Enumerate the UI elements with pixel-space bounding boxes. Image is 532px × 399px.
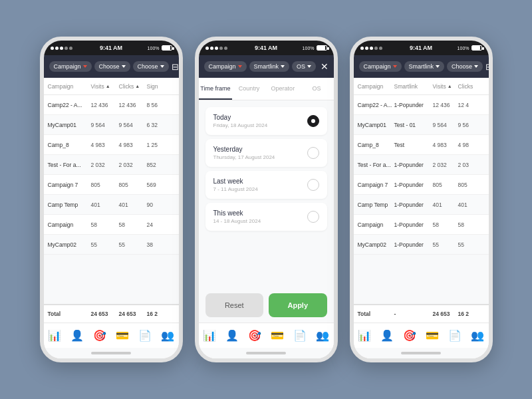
- campaign-label-1: Campaign: [54, 63, 81, 70]
- nav-stats-icon-3[interactable]: 📊: [358, 329, 371, 342]
- th-visits-1[interactable]: Visits▲: [91, 83, 119, 90]
- filter-icon-1[interactable]: ⊟: [172, 62, 179, 72]
- home-indicator-2: [199, 348, 334, 358]
- filter-option-title-yesterday: Yesterday: [213, 146, 275, 153]
- choose2-pill[interactable]: Choose: [133, 61, 169, 72]
- table-row[interactable]: MyCamp01Test - 019 5649 56: [354, 115, 489, 135]
- choose1-label: Choose: [99, 63, 120, 70]
- status-bar-1: 9:41 AM 100%: [44, 41, 179, 55]
- signal-dot-3: [60, 47, 63, 50]
- nav-card-icon-2[interactable]: 💳: [271, 329, 284, 342]
- table-row[interactable]: MyCamp019 5649 5646 32: [44, 115, 179, 135]
- th-clicks-1[interactable]: Clicks▲: [119, 83, 147, 90]
- radio-lastweek[interactable]: [307, 179, 319, 191]
- nav-card-icon[interactable]: 💳: [116, 329, 129, 342]
- bottom-nav-3: 📊 👤 🎯 💳 📄 👥: [354, 323, 489, 348]
- signal-dot-1: [51, 47, 54, 50]
- nav-group-icon-2[interactable]: 👥: [316, 329, 329, 342]
- tab-timeframe[interactable]: Time frame: [199, 78, 233, 100]
- os-pill-2[interactable]: OS: [292, 61, 316, 72]
- table-row[interactable]: Camp_84 9834 9831 25: [44, 135, 179, 155]
- filter-option-sub-yesterday: Thursday, 17 August 2024: [213, 154, 275, 160]
- table-row[interactable]: MyCamp021-Popunder5555: [354, 235, 489, 255]
- campaign-pill-1[interactable]: Campaign: [49, 61, 92, 72]
- nav-stats-icon[interactable]: 📊: [48, 329, 61, 342]
- home-indicator-3: [354, 348, 489, 358]
- nav-target-icon[interactable]: 🎯: [93, 329, 106, 342]
- status-right-1: 100%: [148, 45, 172, 51]
- filter-option-lastweek[interactable]: Last week 7 - 11 August 2024: [205, 171, 327, 199]
- nav-stats-icon-2[interactable]: 📊: [203, 329, 216, 342]
- smartlink-pill-3[interactable]: Smartlink: [404, 61, 445, 72]
- choose-pill-3[interactable]: Choose: [447, 61, 483, 72]
- filter-option-text-lastweek: Last week 7 - 11 August 2024: [213, 178, 258, 192]
- campaign-caret-1: [83, 65, 87, 68]
- table-row[interactable]: Camp Temp1-Popunder401401: [354, 195, 489, 215]
- nav-card-icon-3[interactable]: 💳: [426, 329, 439, 342]
- table-row[interactable]: Camp22 - A...1-Popunder12 43612 4: [354, 95, 489, 115]
- tab-os[interactable]: OS: [300, 78, 334, 100]
- signal-dot-2-1: [205, 47, 209, 50]
- radio-yesterday[interactable]: [307, 147, 319, 159]
- th-clicks-3: Clicks: [458, 83, 483, 90]
- phone-3: 9:41 AM 100% Campaign Smartlink Choose ⊟…: [350, 37, 493, 362]
- signal-dot-3-3: [370, 47, 373, 50]
- filter-tabs: Time frame Country Operator OS: [199, 78, 334, 100]
- table-row[interactable]: Campaign1-Popunder5858: [354, 215, 489, 235]
- status-bar-3: 9:41 AM 100%: [354, 41, 489, 55]
- reset-button[interactable]: Reset: [205, 293, 264, 317]
- nav-target-icon-3[interactable]: 🎯: [403, 329, 416, 342]
- bottom-nav-2: 📊 👤 🎯 💳 📄 👥: [199, 323, 334, 348]
- tab-operator[interactable]: Operator: [266, 78, 300, 100]
- filter-option-today[interactable]: Today Friday, 18 August 2024: [205, 107, 327, 135]
- table-row[interactable]: Campaign 7805805569: [44, 175, 179, 195]
- choose1-pill[interactable]: Choose: [94, 61, 130, 72]
- nav-user-icon[interactable]: 👤: [70, 329, 84, 342]
- nav-doc-icon[interactable]: 📄: [138, 329, 152, 342]
- table-row[interactable]: Test - For a...1-Popunder2 0322 03: [354, 155, 489, 175]
- signal-dot-3-4: [374, 47, 378, 50]
- signal-dot-2-4: [219, 47, 223, 50]
- nav-doc-icon-2[interactable]: 📄: [293, 329, 307, 342]
- choose-caret-3: [474, 65, 478, 68]
- campaign-label-2: Campaign: [209, 63, 236, 70]
- table-row[interactable]: Campaign 71-Popunder805805: [354, 175, 489, 195]
- campaign-pill-3[interactable]: Campaign: [359, 61, 402, 72]
- filter-overlay: Time frame Country Operator OS Today Fri…: [199, 78, 334, 323]
- smartlink-pill-2[interactable]: Smartlink: [249, 61, 290, 72]
- filter-option-thisweek[interactable]: This week 14 - 18 August 2024: [205, 203, 327, 231]
- nav-user-icon-2[interactable]: 👤: [225, 329, 239, 342]
- home-bar-1: [91, 352, 131, 354]
- nav-group-icon-3[interactable]: 👥: [471, 329, 484, 342]
- table-row[interactable]: Test - For a...2 0322 032852: [44, 155, 179, 175]
- filter-option-yesterday[interactable]: Yesterday Thursday, 17 August 2024: [205, 139, 327, 167]
- signal-dot-2: [55, 47, 59, 50]
- table-1: Campaign Visits▲ Clicks▲ Sign Camp22 - A…: [44, 78, 179, 323]
- table-row[interactable]: MyCamp02555538: [44, 235, 179, 255]
- table-header-3: Campaign Smartlink Visits▲ Clicks: [354, 78, 489, 95]
- campaign-pill-2[interactable]: Campaign: [204, 61, 247, 72]
- close-button-2[interactable]: ✕: [321, 61, 329, 72]
- apply-button[interactable]: Apply: [269, 293, 327, 317]
- nav-user-icon-3[interactable]: 👤: [380, 329, 394, 342]
- table-row[interactable]: Campaign585824: [44, 215, 179, 235]
- nav-group-icon[interactable]: 👥: [161, 329, 174, 342]
- table-row[interactable]: Camp Temp40140190: [44, 195, 179, 215]
- tab-country[interactable]: Country: [232, 78, 266, 100]
- battery-icon-3: [471, 45, 482, 51]
- battery-label-1: 100%: [148, 46, 160, 51]
- th-visits-3[interactable]: Visits▲: [433, 83, 458, 90]
- filter-icon-3[interactable]: ⊟: [485, 62, 492, 72]
- app-header-2: Campaign Smartlink OS ✕: [199, 55, 334, 78]
- table-header-1: Campaign Visits▲ Clicks▲ Sign: [44, 78, 179, 95]
- table-row[interactable]: Camp22 - A...12 43612 4368 56: [44, 95, 179, 115]
- nav-doc-icon-3[interactable]: 📄: [448, 329, 462, 342]
- smartlink-caret-2: [281, 65, 285, 68]
- status-time-2: 9:41 AM: [255, 45, 277, 51]
- radio-today[interactable]: [307, 115, 319, 127]
- radio-thisweek[interactable]: [307, 211, 319, 223]
- nav-target-icon-2[interactable]: 🎯: [248, 329, 261, 342]
- signal-dot-3-5: [379, 47, 382, 50]
- table-row[interactable]: Camp_8Test4 9834 98: [354, 135, 489, 155]
- os-label-2: OS: [297, 63, 305, 70]
